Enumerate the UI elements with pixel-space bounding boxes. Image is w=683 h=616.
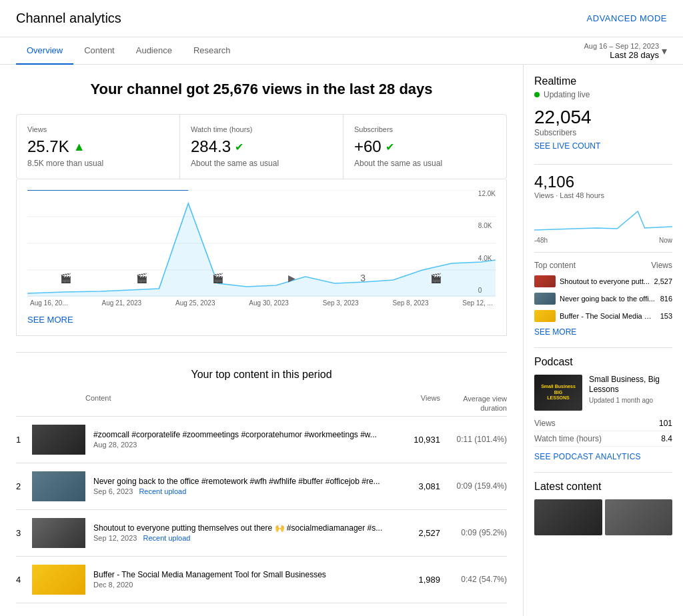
see-more-link[interactable]: SEE MORE (27, 315, 73, 325)
section-divider (16, 352, 507, 353)
top-content-right-row: Buffer - The Social Media M... 153 (534, 310, 672, 322)
header: Channel analytics ADVANCED MODE (0, 0, 683, 37)
y-label-1: 12.0K (478, 190, 496, 197)
timeline-icon-6: 🎬 (430, 273, 442, 283)
mini-thumbnail (534, 275, 556, 287)
podcast-thumb-inner: Small BusinessBIGLESSONS (534, 375, 582, 411)
top-content-right-title: Top content (534, 261, 576, 270)
timeline-icon-3: 🎬 (212, 273, 223, 283)
podcast-stat-row: Views 101 (534, 416, 672, 431)
timeline-icon-2: 🎬 (136, 273, 147, 283)
stat-card-watchtime: Watch time (hours) 284.3 ✔ About the sam… (180, 115, 344, 179)
top-content-right-item-title: Buffer - The Social Media M... (560, 312, 656, 320)
row-title: #zoomcall #corporatelife #zoommeetings #… (93, 430, 387, 439)
row-num: 1 (16, 435, 32, 445)
row-date: Dec 8, 2020 (93, 581, 387, 589)
mini-thumbnail (534, 293, 556, 305)
row-num: 2 (16, 481, 32, 491)
x-label-5: Sep 3, 2023 (323, 299, 359, 307)
row-title: Shoutout to everyone putting themselves … (93, 523, 387, 533)
left-panel: Your channel got 25,676 views in the las… (0, 65, 523, 616)
date-range-label: Aug 16 – Sep 12, 2023 (584, 42, 659, 50)
latest-content-title: Latest content (534, 481, 672, 493)
live-indicator: Updating live (534, 90, 672, 99)
stats-cards: Views 25.7K ▲ 8.5K more than usual Watch… (16, 114, 507, 179)
realtime-subscribers-label: Subscribers (534, 128, 672, 137)
row-duration: 0:11 (101.4%) (440, 435, 507, 444)
podcast-info: Small Business, Big Lessons Updated 1 mo… (589, 375, 672, 411)
row-num: 4 (16, 575, 32, 585)
latest-thumbnail-1 (534, 499, 602, 535)
tab-research[interactable]: Research (183, 37, 241, 65)
see-live-count-button[interactable]: SEE LIVE COUNT (534, 141, 672, 151)
right-divider-1 (534, 164, 672, 165)
right-divider-4 (534, 472, 672, 473)
top-content-right-views-col: Views (651, 261, 672, 270)
top-content-right-item-views: 2,527 (654, 277, 672, 285)
x-label-3: Aug 25, 2023 (175, 299, 215, 307)
stat-change-subscribers: About the same as usual (354, 159, 496, 168)
top-content-section: Your top content in this period Content … (16, 369, 507, 603)
top-content-right-item-title: Never going back to the offi... (560, 295, 656, 303)
podcast-card: Small BusinessBIGLESSONS Small Business,… (534, 375, 672, 411)
podcast-stat-row: Watch time (hours) 8.4 (534, 431, 672, 447)
tab-list: Overview Content Audience Research (16, 37, 241, 64)
see-podcast-analytics-button[interactable]: SEE PODCAST ANALYTICS (534, 452, 672, 461)
advanced-mode-button[interactable]: ADVANCED MODE (587, 13, 667, 23)
row-thumbnail (32, 471, 85, 501)
row-views: 10,931 (387, 435, 440, 445)
stat-change-watchtime: About the same as usual (191, 159, 332, 168)
top-content-title: Your top content in this period (16, 369, 507, 381)
live-dot-icon (534, 92, 540, 97)
channel-headline: Your channel got 25,676 views in the las… (16, 81, 507, 98)
views-section: 4,106 Views · Last 48 hours -48h Now (534, 173, 672, 244)
podcast-stat-val: 8.4 (661, 434, 672, 443)
mini-chart-labels: -48h Now (534, 237, 672, 244)
podcast-stats: Views 101 Watch time (hours) 8.4 (534, 416, 672, 447)
tab-content[interactable]: Content (73, 37, 125, 65)
tab-overview[interactable]: Overview (16, 37, 73, 65)
x-label-2: Aug 21, 2023 (102, 299, 142, 307)
table-row: 2 Never going back to the office #remote… (16, 463, 507, 510)
row-info: #zoomcall #corporatelife #zoommeetings #… (93, 430, 387, 449)
y-label-4: 0 (478, 287, 496, 294)
chart-svg-wrapper: 12.0K 8.0K 4.0K 0 (27, 190, 496, 297)
podcast-stat-key: Views (534, 419, 556, 428)
live-label: Updating live (544, 90, 590, 99)
timeline-icon-4: ▶ (288, 273, 295, 283)
tab-audience[interactable]: Audience (125, 37, 183, 65)
col-header-views: Views (387, 394, 440, 413)
table-row: 1 #zoomcall #corporatelife #zoommeetings… (16, 417, 507, 463)
latest-thumbs (534, 499, 672, 535)
overview-chart-container: 12.0K 8.0K 4.0K 0 (16, 179, 507, 336)
y-label-3: 4.0K (478, 255, 496, 262)
stat-value-subscribers: +60 ✔ (354, 137, 496, 156)
stat-label-watchtime: Watch time (hours) (191, 125, 332, 133)
row-views: 2,527 (387, 528, 440, 538)
stat-label-subscribers: Subscribers (354, 125, 496, 133)
stat-value-watchtime: 284.3 ✔ (191, 137, 332, 156)
podcast-thumbnail: Small BusinessBIGLESSONS (534, 375, 582, 411)
table-row: 3 Shoutout to everyone putting themselve… (16, 510, 507, 557)
recent-badge: Recent upload (139, 487, 186, 495)
mini-chart-label-end: Now (659, 237, 672, 244)
see-more-right-button[interactable]: SEE MORE (534, 327, 672, 337)
row-views: 1,989 (387, 575, 440, 585)
right-panel: Realtime Updating live 22,054 Subscriber… (523, 65, 683, 616)
x-label-4: Aug 30, 2023 (249, 299, 289, 307)
row-views: 3,081 (387, 481, 440, 491)
row-thumbnail (32, 425, 85, 455)
stat-label-views: Views (27, 125, 169, 133)
top-content-right-row: Shoutout to everyone putt... 2,527 (534, 275, 672, 287)
podcast-title: Podcast (534, 356, 672, 368)
x-label-1: Aug 16, 20... (30, 299, 68, 307)
row-duration: 0:09 (159.4%) (440, 481, 507, 491)
date-picker[interactable]: Aug 16 – Sep 12, 2023 Last 28 days ▾ (584, 42, 667, 60)
stat-value-views: 25.7K ▲ (27, 137, 169, 156)
mini-chart-label-start: -48h (534, 237, 548, 244)
row-duration: 0:42 (54.7%) (440, 575, 507, 584)
row-info: Never going back to the office #remotewo… (93, 477, 387, 495)
realtime-section: Realtime Updating live 22,054 Subscriber… (534, 75, 672, 151)
nav-tabs: Overview Content Audience Research Aug 1… (0, 37, 683, 65)
mini-chart-svg (534, 205, 672, 231)
